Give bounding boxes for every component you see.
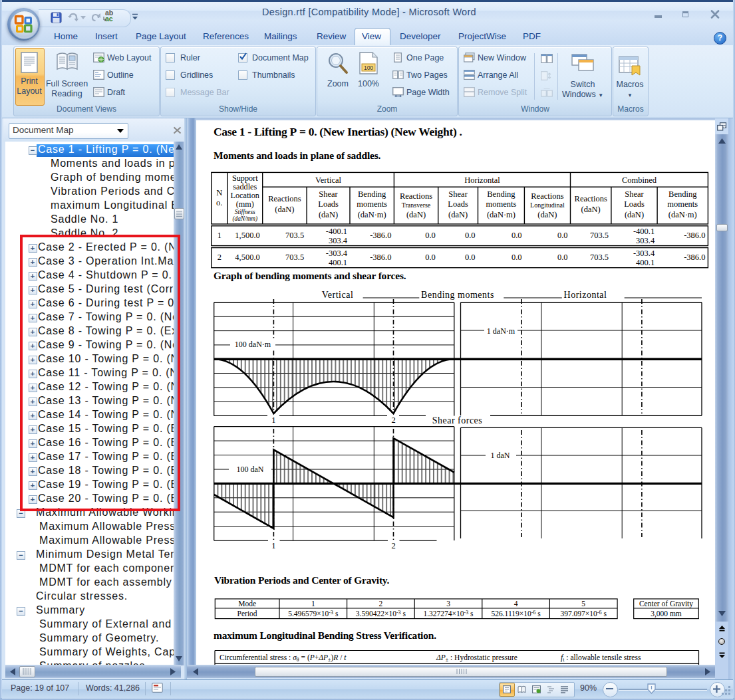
svg-text:5: 5: [581, 600, 585, 608]
svg-text:Center of Gravity: Center of Gravity: [639, 600, 693, 608]
svg-text:1: 1: [271, 415, 275, 425]
svg-text:3,000 mm: 3,000 mm: [651, 610, 682, 618]
svg-text:100: 100: [364, 64, 373, 71]
svg-text:1: 1: [311, 600, 315, 608]
svg-text:526.1119×10-6 s: 526.1119×10-6 s: [491, 610, 541, 618]
svg-text:5.496579×10-3 s: 5.496579×10-3 s: [288, 610, 339, 618]
svg-text:3.590422×10-3 s: 3.590422×10-3 s: [356, 610, 406, 618]
svg-text:Horizontal: Horizontal: [564, 290, 607, 300]
svg-text:397.097×10-6 s: 397.097×10-6 s: [560, 610, 607, 618]
svg-text:2: 2: [391, 415, 395, 425]
svg-text:100 daN: 100 daN: [237, 465, 264, 474]
svg-text:2: 2: [391, 541, 395, 550]
svg-text:1: 1: [271, 541, 275, 550]
svg-text:ΔP± : Hydrostatic pressure: ΔP± : Hydrostatic pressure: [436, 653, 517, 663]
svg-text:Shear forces: Shear forces: [432, 415, 483, 425]
svg-text:Vertical: Vertical: [322, 290, 354, 300]
svg-text:3: 3: [446, 600, 450, 608]
svg-text:ft : allowable tensile stress: ft : allowable tensile stress: [561, 653, 641, 663]
svg-text:Bending moments: Bending moments: [421, 290, 494, 300]
svg-text:1 daN: 1 daN: [491, 451, 510, 460]
svg-text:Period: Period: [237, 610, 257, 618]
svg-text:1 daN·m: 1 daN·m: [487, 326, 515, 336]
svg-text:2: 2: [379, 600, 383, 608]
svg-text:Mode: Mode: [238, 600, 256, 608]
svg-text:1.327274×10-3 s: 1.327274×10-3 s: [423, 610, 474, 618]
svg-text:Circumferential stress : σθ =: Circumferential stress : σθ = (P+ΔP±)R /…: [220, 653, 347, 663]
svg-text:100 daN·m: 100 daN·m: [235, 340, 271, 349]
svg-text:4: 4: [514, 600, 518, 608]
